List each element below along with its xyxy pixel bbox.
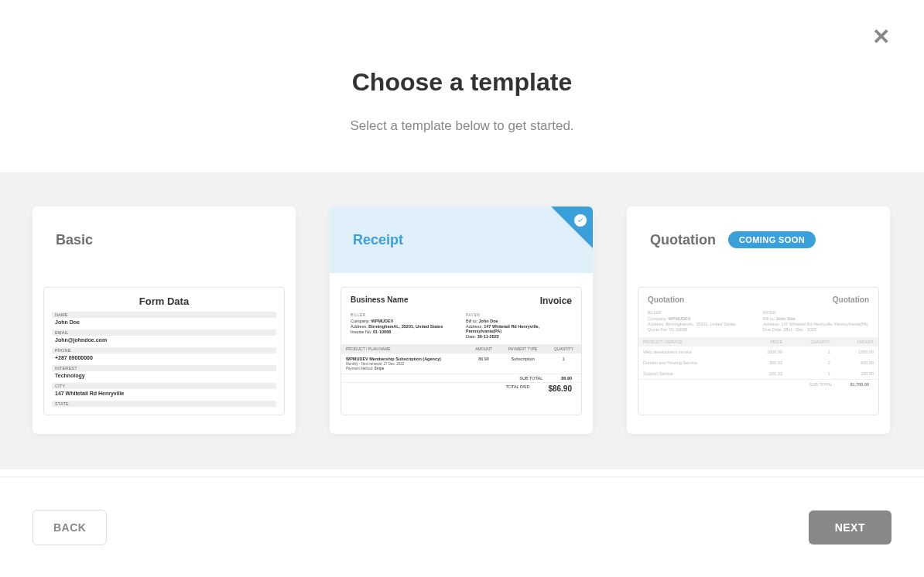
- q-row-amount: 600.00: [835, 357, 878, 368]
- q-row-amount: 100.00: [835, 368, 878, 379]
- q-due-date: Due Date: 28rd - Dec - 2022: [763, 327, 869, 332]
- close-icon[interactable]: ✕: [872, 26, 890, 48]
- field-value: 147 Whitetail Rd Henryville: [52, 389, 276, 398]
- card-header: Quotation COMING SOON: [627, 207, 890, 273]
- subtotal-row: SUB TOTAL 86.90: [341, 374, 581, 383]
- total-row: TOTAL PAID $86.90: [341, 383, 581, 394]
- biller-title: BILLER: [351, 312, 457, 317]
- payer-address: Address: 147 Whitetail Rd Henryville, Pe…: [466, 324, 572, 333]
- q-row-name: Support Service: [638, 368, 746, 379]
- qty-cell: 1: [546, 353, 581, 374]
- card-header: Receipt: [330, 207, 593, 273]
- quotation-head-left: Quotation: [648, 295, 684, 304]
- payer-bill-to: Bill to: John Doe: [466, 319, 572, 323]
- q-row-name: Web development service: [638, 347, 746, 357]
- field-label: NAME: [52, 312, 276, 318]
- th: PRICE: [746, 337, 787, 347]
- th: QUANTITY: [546, 344, 581, 353]
- preview-receipt: Business Name Invoice BILLER Company: WP…: [341, 287, 582, 415]
- template-cards-area: Basic Form Data NAMEJohn Doe EMAILJohn@j…: [0, 172, 924, 469]
- th: PRODUCT / SERVICE: [638, 337, 746, 347]
- q-row-price: 1000.00: [746, 347, 787, 357]
- preview-wrap: Quotation Quotation BILLER Company: WPMU…: [627, 273, 890, 426]
- field-label: CITY: [52, 383, 276, 389]
- preview-quotation: Quotation Quotation BILLER Company: WPMU…: [638, 287, 879, 415]
- template-card-basic[interactable]: Basic Form Data NAMEJohn Doe EMAILJohn@j…: [33, 207, 296, 434]
- q-address2: Address: 147 Whitetail Rd Henryville, Pe…: [763, 322, 869, 326]
- card-title: Quotation: [650, 232, 716, 248]
- q-bill-to: Bill to: John Doe: [763, 316, 869, 321]
- template-card-quotation: Quotation COMING SOON Quotation Quotatio…: [627, 207, 890, 434]
- field-value: Technology: [52, 371, 276, 380]
- biller-address: Address: BirminghamAL, 35201, United Sta…: [351, 324, 457, 329]
- footer: BACK NEXT: [0, 476, 924, 577]
- product-sub2: Payment Method: Stripe: [346, 367, 384, 370]
- card-title: Receipt: [353, 232, 403, 248]
- q-row-qty: 1: [787, 368, 835, 379]
- quotation-table: PRODUCT / SERVICE PRICE QUANTITY AMOUNT …: [638, 337, 878, 379]
- invoice-label: Invoice: [540, 295, 572, 306]
- type-cell: Subscription: [499, 353, 546, 374]
- payer-date: Date: 30-11-2022: [466, 334, 572, 339]
- field-value: +287 69000000: [52, 353, 276, 362]
- page-header: Choose a template Select a template belo…: [0, 0, 924, 172]
- page-title: Choose a template: [0, 68, 924, 97]
- field-label: STATE: [52, 401, 276, 407]
- check-icon: [574, 214, 587, 227]
- th: AMOUNT: [835, 337, 878, 347]
- quotation-head-right: Quotation: [833, 295, 869, 304]
- q-row-qty: 2: [787, 357, 835, 368]
- card-header: Basic: [33, 207, 296, 273]
- business-name: Business Name: [351, 295, 408, 306]
- q-quote-for: Quote For: 01-10088: [648, 327, 754, 332]
- q-row-name: Domain and Hosting Service.: [638, 357, 746, 368]
- th: QUANTITY: [787, 337, 835, 347]
- back-button[interactable]: BACK: [33, 510, 107, 545]
- biller-invoice-no: Invoice No: 01-10088: [351, 329, 457, 334]
- product-sub1: Monthly - Next renewal: 27 Dec, 2022: [346, 362, 404, 366]
- receipt-table: PRODUCT / PLAN NAME AMOUNT PAYMENT TYPE …: [341, 344, 581, 374]
- q-row-price: 300.33: [746, 357, 787, 368]
- q-row-qty: 1: [787, 347, 835, 357]
- preview-wrap: Business Name Invoice BILLER Company: WP…: [330, 273, 593, 426]
- field-value: John Doe: [52, 318, 276, 326]
- amount-cell: 86.90: [468, 353, 500, 374]
- form-data-heading: Form Data: [44, 288, 284, 312]
- page-subtitle: Select a template below to get started.: [0, 118, 924, 134]
- selected-ribbon: [551, 207, 593, 248]
- preview-wrap: Form Data NAMEJohn Doe EMAILJohn@johndoe…: [33, 273, 296, 426]
- field-label: EMAIL: [52, 329, 276, 336]
- field-value: John@johndoe.com: [52, 336, 276, 344]
- template-card-receipt[interactable]: Receipt Business Name Invoice BILLER Com…: [330, 207, 593, 434]
- q-row-price: 100.33: [746, 368, 787, 379]
- q-company: Company: WPMUDEV: [648, 316, 754, 321]
- th: AMOUNT: [468, 344, 500, 353]
- biller-company: Company: WPMUDEV: [351, 319, 457, 323]
- product-name: WPMUDEV Membership Subscription (Agency): [346, 357, 441, 361]
- next-button[interactable]: NEXT: [809, 510, 891, 545]
- field-label: INTEREST: [52, 365, 276, 371]
- payer-title: PAYER: [466, 312, 572, 317]
- th: PAYMENT TYPE: [499, 344, 546, 353]
- q-address: Address: BirminghamAL, 35201, United Sta…: [648, 322, 754, 326]
- coming-soon-badge: COMING SOON: [728, 231, 816, 248]
- q-biller-title: BILLER: [648, 310, 754, 315]
- card-title: Basic: [56, 232, 93, 248]
- q-subtotal-row: SUB TOTAL : $1,700.00: [638, 379, 878, 389]
- q-row-amount: 1000.00: [835, 347, 878, 357]
- th: PRODUCT / PLAN NAME: [341, 344, 468, 353]
- field-label: PHONE: [52, 347, 276, 353]
- preview-basic: Form Data NAMEJohn Doe EMAILJohn@johndoe…: [43, 287, 285, 415]
- q-payer-title: PAYER: [763, 310, 869, 315]
